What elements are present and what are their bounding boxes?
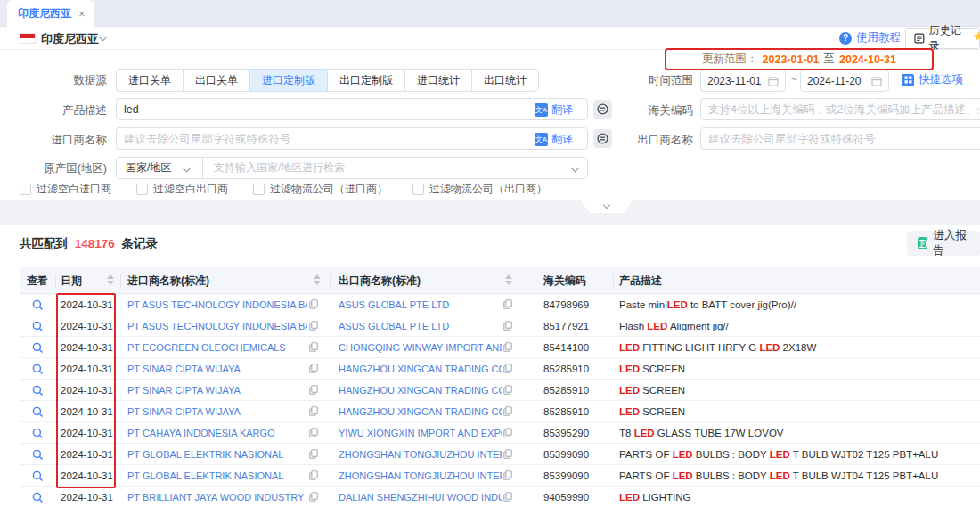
importer-link[interactable]: PT CAHAYA INDONESIA KARGO xyxy=(127,422,307,444)
exporter-link[interactable]: HANGZHOU XINGCAN TRADING CO LTD xyxy=(339,358,502,380)
checkbox-icon[interactable] xyxy=(253,184,265,195)
magnifier-icon[interactable] xyxy=(32,342,44,354)
copy-icon[interactable] xyxy=(309,428,318,439)
filter-checkbox-2[interactable]: 过滤物流公司（进口商） xyxy=(253,182,388,197)
enter-report-button[interactable]: 进入报告 xyxy=(907,231,980,256)
translate-button[interactable]: 文A 翻译 xyxy=(535,132,573,147)
report-icon xyxy=(918,237,927,249)
data-source-tab-1[interactable]: 出口关单 xyxy=(183,69,250,92)
header-exporter: 出口商名称(标准) xyxy=(339,267,421,294)
exporter-link[interactable]: ZHONGSHAN TONGJIUZHOU INTERNA... xyxy=(339,465,502,487)
copy-icon[interactable] xyxy=(309,385,318,397)
product-desc-input[interactable] xyxy=(116,98,588,120)
exporter-link[interactable]: HANGZHOU XINGCAN TRADING CO LTD xyxy=(339,401,502,422)
history-button[interactable]: 历史记录 xyxy=(905,28,980,49)
filter-checkbox-1[interactable]: 过滤空白出口商 xyxy=(136,182,228,197)
date-end-input[interactable]: 2024-11-20 xyxy=(800,70,889,92)
magnifier-icon[interactable] xyxy=(32,364,44,375)
importer-link[interactable]: PT ECOGREEN OLEOCHEMICALS xyxy=(127,337,307,358)
tutorial-link[interactable]: ? 使用教程 xyxy=(839,30,901,45)
magnifier-icon[interactable] xyxy=(32,385,44,397)
importer-link[interactable]: PT ASUS TECHNOLOGY INDONESIA BA... xyxy=(127,294,307,315)
exporter-link[interactable]: ZHONGSHAN TONGJIUZHOU INTERNA... xyxy=(339,444,502,465)
filter-checkbox-3[interactable]: 过滤物流公司（出口商） xyxy=(412,182,547,197)
magnifier-icon[interactable] xyxy=(32,492,44,503)
copy-icon[interactable] xyxy=(503,406,512,418)
exact-match-toggle-button[interactable] xyxy=(593,129,612,148)
data-source-tab-5[interactable]: 出口统计 xyxy=(471,69,539,92)
copy-icon[interactable] xyxy=(503,449,512,461)
importer-link[interactable]: PT GLOBAL ELEKTRIK NASIONAL xyxy=(127,444,307,465)
count-value: 148176 xyxy=(75,237,115,250)
checkbox-icon[interactable] xyxy=(20,184,31,195)
copy-icon[interactable] xyxy=(309,321,318,332)
magnifier-icon[interactable] xyxy=(32,470,44,482)
hs-code-input[interactable] xyxy=(700,98,980,120)
data-source-tab-0[interactable]: 进口关单 xyxy=(116,69,184,92)
copy-icon[interactable] xyxy=(309,449,318,461)
hs-code-cell: 94059990 xyxy=(543,487,589,507)
translate-button[interactable]: 文A 翻译 xyxy=(535,102,573,118)
importer-link[interactable]: PT SINAR CIPTA WIJAYA xyxy=(127,401,307,422)
question-circle-icon: ? xyxy=(839,32,852,45)
importer-link[interactable]: PT GLOBAL ELEKTRIK NASIONAL xyxy=(127,465,307,487)
copy-icon[interactable] xyxy=(309,364,318,375)
quick-options-link[interactable]: 快捷选项 xyxy=(902,72,963,87)
copy-icon[interactable] xyxy=(309,299,318,311)
collapse-form-button[interactable] xyxy=(581,200,633,213)
header-date: 日期 xyxy=(61,267,82,294)
importer-link[interactable]: PT ASUS TECHNOLOGY INDONESIA BA... xyxy=(127,315,307,337)
chevron-down-icon[interactable] xyxy=(99,33,108,42)
origin-country-select[interactable]: 国家/地区 支持输入国家/地区进行检索 xyxy=(116,157,588,179)
importer-name-input[interactable] xyxy=(116,127,588,150)
copy-icon[interactable] xyxy=(309,406,318,418)
filter-checkbox-0[interactable]: 过滤空白进口商 xyxy=(20,182,111,197)
favorite-star-icon[interactable]: ★ xyxy=(973,29,980,45)
copy-icon[interactable] xyxy=(309,342,318,354)
magnifier-icon[interactable] xyxy=(32,406,44,418)
data-source-tab-4[interactable]: 进口统计 xyxy=(404,69,472,92)
browser-tab-bar: 印度尼西亚 × xyxy=(0,0,980,27)
origin-type-dropdown[interactable]: 国家/地区 xyxy=(117,160,202,176)
exporter-link[interactable]: YIWU XIONGXIN IMPORT AND EXPORT... xyxy=(339,422,502,444)
exporter-link[interactable]: ASUS GLOBAL PTE LTD xyxy=(339,315,502,337)
country-selector-label[interactable]: 印度尼西亚 xyxy=(41,31,99,47)
copy-icon[interactable] xyxy=(309,492,318,503)
exporter-link[interactable]: DALIAN SHENGZHIHUI WOOD INDUST... xyxy=(339,487,502,507)
copy-icon[interactable] xyxy=(503,470,512,482)
copy-icon[interactable] xyxy=(503,364,512,375)
hs-code-cell: 84798969 xyxy=(543,294,589,315)
importer-link[interactable]: PT BRILLIANT JAYA WOOD INDUSTRY xyxy=(127,487,307,507)
checkbox-icon[interactable] xyxy=(136,184,148,195)
checkbox-icon[interactable] xyxy=(412,184,424,195)
magnifier-icon[interactable] xyxy=(32,321,44,332)
copy-icon[interactable] xyxy=(503,321,512,332)
importer-link[interactable]: PT SINAR CIPTA WIJAYA xyxy=(127,358,307,380)
exporter-link[interactable]: ASUS GLOBAL PTE LTD xyxy=(339,294,502,315)
exporter-name-input[interactable] xyxy=(700,127,980,150)
tab-indonesia[interactable]: 印度尼西亚 × xyxy=(7,0,94,27)
copy-icon[interactable] xyxy=(503,492,512,503)
copy-icon[interactable] xyxy=(503,299,512,311)
product-desc-cell: LED SCREEN xyxy=(619,380,976,401)
table-row: 2024-10-31 PT ASUS TECHNOLOGY INDONESIA … xyxy=(20,294,980,315)
sort-exporter-button[interactable] xyxy=(505,274,512,285)
copy-icon[interactable] xyxy=(309,470,318,482)
copy-icon[interactable] xyxy=(503,428,512,439)
data-source-tab-3[interactable]: 出口定制版 xyxy=(327,69,405,92)
exact-match-toggle-button[interactable] xyxy=(593,100,612,119)
importer-link[interactable]: PT SINAR CIPTA WIJAYA xyxy=(127,380,307,401)
magnifier-icon[interactable] xyxy=(32,299,44,311)
copy-icon[interactable] xyxy=(503,342,512,354)
data-source-tab-2[interactable]: 进口定制版 xyxy=(249,69,328,92)
exporter-link[interactable]: CHONGQING WINWAY IMPORT AND E... xyxy=(339,337,502,358)
exporter-link[interactable]: HANGZHOU XINGCAN TRADING CO LTD xyxy=(339,380,502,401)
tab-close-icon[interactable]: × xyxy=(78,8,86,20)
sort-importer-button[interactable] xyxy=(314,274,321,285)
exporter-name-label: 出口商名称 xyxy=(615,133,693,148)
magnifier-icon[interactable] xyxy=(32,449,44,461)
copy-icon[interactable] xyxy=(503,385,512,397)
sort-date-button[interactable] xyxy=(107,274,114,285)
magnifier-icon[interactable] xyxy=(32,428,44,439)
date-start-input[interactable]: 2023-11-01 xyxy=(700,70,786,92)
